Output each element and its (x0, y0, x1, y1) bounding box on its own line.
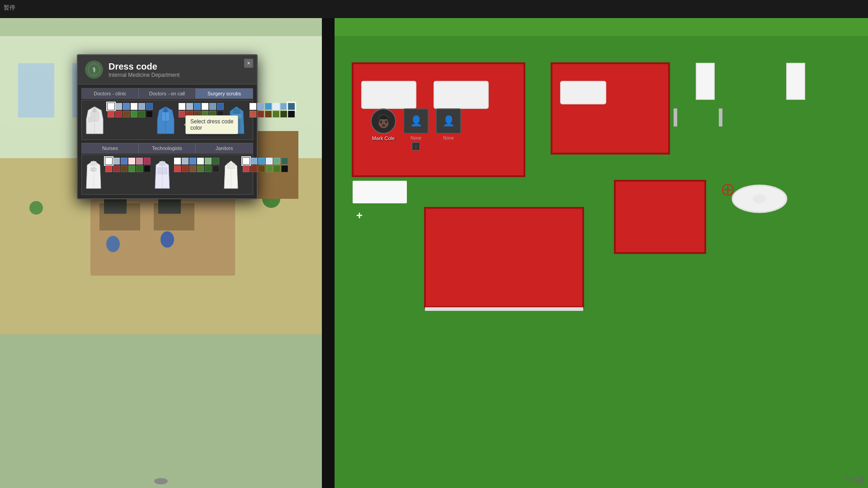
bottom-dress-row (85, 158, 250, 192)
dress-preview-janitor (222, 158, 240, 192)
swatch-nurse-4[interactable] (128, 158, 135, 164)
swatch-tech-10[interactable] (197, 165, 204, 172)
bottom-tab-row: Nurses Technologists Janitors (81, 143, 253, 154)
swatch-white-1[interactable] (108, 103, 114, 110)
swatch-jan-8[interactable] (250, 165, 257, 172)
swatch-white-6[interactable] (146, 103, 153, 110)
tab-doctors-clinic[interactable]: Doctors - clinic (82, 89, 139, 99)
swatch-tech-9[interactable] (189, 165, 196, 172)
swatch-tech-7[interactable] (174, 165, 181, 172)
svg-rect-27 (353, 181, 407, 203)
swatch-scrub-9[interactable] (265, 111, 272, 117)
swatch-white-10[interactable] (131, 111, 137, 117)
swatch-nurse-11[interactable] (136, 165, 143, 172)
swatch-tech-3[interactable] (189, 158, 196, 164)
swatch-white-12[interactable] (146, 111, 153, 117)
char-mark-cole: 👨🏿 Mark Cole (371, 108, 396, 150)
swatch-white-2[interactable] (115, 103, 122, 110)
svg-rect-21 (552, 63, 669, 154)
swatch-nurse-12[interactable] (144, 165, 151, 172)
swatch-jan-11[interactable] (274, 165, 280, 172)
swatch-white-8[interactable] (115, 111, 122, 117)
swatch-white-3[interactable] (123, 103, 130, 110)
swatch-nurse-9[interactable] (121, 165, 127, 172)
svg-rect-24 (362, 81, 416, 108)
swatch-tech-5[interactable] (205, 158, 212, 164)
swatch-tech-1[interactable] (174, 158, 181, 164)
swatch-tech-4[interactable] (197, 158, 204, 164)
tab-technologists[interactable]: Technologists (139, 143, 196, 153)
swatch-scrub-10[interactable] (273, 111, 279, 117)
swatch-jan-2[interactable] (250, 158, 257, 164)
swatch-nurse-8[interactable] (113, 165, 120, 172)
swatch-blue-7[interactable] (179, 111, 185, 117)
swatch-scrub-1[interactable] (250, 103, 256, 110)
swatch-jan-7[interactable] (243, 165, 250, 172)
svg-rect-32 (787, 63, 805, 99)
swatch-nurse-7[interactable] (105, 165, 112, 172)
swatch-scrub-3[interactable] (265, 103, 272, 110)
modal-body: Doctors - clinic Doctors - on call Surge… (78, 84, 257, 198)
modal-subtitle: Internal Medicine Department (108, 72, 179, 78)
swatch-white-9[interactable] (123, 111, 130, 117)
tooltip-text: Select dress codecolor (190, 118, 233, 131)
swatch-jan-3[interactable] (258, 158, 265, 164)
white-coat-svg (85, 105, 105, 136)
swatch-scrub-7[interactable] (250, 111, 256, 117)
swatch-white-4[interactable] (131, 103, 137, 110)
tab-nurses[interactable]: Nurses (82, 143, 139, 153)
medical-icon: ⚕ (88, 63, 100, 76)
swatch-scrub-4[interactable] (273, 103, 279, 110)
char-icon-none-1: 👤 (403, 108, 429, 134)
swatch-tech-6[interactable] (212, 158, 219, 164)
tab-janitors[interactable]: Janitors (196, 143, 253, 153)
svg-rect-34 (719, 108, 722, 127)
dress-preview-tech (153, 158, 171, 192)
swatch-white-7[interactable] (108, 111, 114, 117)
swatch-tech-11[interactable] (205, 165, 212, 172)
char-menu-none-1[interactable]: ⋮ (412, 142, 420, 150)
swatch-scrub-5[interactable] (280, 103, 287, 110)
swatch-jan-6[interactable] (281, 158, 288, 164)
swatch-scrub-8[interactable] (257, 111, 264, 117)
char-name-none-1: None (410, 136, 421, 141)
white-coat-palette (108, 103, 153, 117)
modal-close-button[interactable]: × (244, 59, 253, 68)
swatch-scrub-11[interactable] (280, 111, 287, 117)
swatch-nurse-1[interactable] (105, 158, 112, 164)
swatch-jan-5[interactable] (274, 158, 280, 164)
swatch-nurse-5[interactable] (136, 158, 143, 164)
swatch-blue-6[interactable] (217, 103, 224, 110)
swatch-blue-5[interactable] (209, 103, 216, 110)
swatch-jan-4[interactable] (266, 158, 273, 164)
swatch-tech-2[interactable] (182, 158, 189, 164)
modal-department-icon: ⚕ (85, 61, 103, 79)
swatch-tech-12[interactable] (212, 165, 219, 172)
char-name-none-2: None (443, 136, 454, 141)
swatch-nurse-3[interactable] (121, 158, 127, 164)
tab-doctors-on-call[interactable]: Doctors - on call (139, 89, 196, 99)
swatch-white-5[interactable] (138, 103, 145, 110)
swatch-blue-2[interactable] (186, 103, 193, 110)
swatch-scrub-6[interactable] (288, 103, 295, 110)
swatch-jan-12[interactable] (281, 165, 288, 172)
swatch-nurse-10[interactable] (128, 165, 135, 172)
swatch-tech-8[interactable] (182, 165, 189, 172)
swatch-jan-1[interactable] (243, 158, 250, 164)
right-game-panel: ▶ ▶ + 👨🏿 Mark Cole 👤 None (335, 18, 868, 488)
dress-preview-blue (156, 103, 176, 137)
svg-point-10 (160, 231, 174, 248)
swatch-blue-1[interactable] (179, 103, 185, 110)
swatch-blue-4[interactable] (202, 103, 208, 110)
swatch-jan-9[interactable] (258, 165, 265, 172)
swatch-nurse-6[interactable] (144, 158, 151, 164)
swatch-blue-3[interactable] (194, 103, 201, 110)
swatch-jan-10[interactable] (266, 165, 273, 172)
character-area: 👨🏿 Mark Cole 👤 None ⋮ 👤 None (371, 108, 461, 150)
swatch-scrub-2[interactable] (257, 103, 264, 110)
char-none-1: 👤 None ⋮ (403, 108, 429, 150)
swatch-nurse-2[interactable] (113, 158, 120, 164)
swatch-white-11[interactable] (138, 111, 145, 117)
swatch-scrub-12[interactable] (288, 111, 295, 117)
tab-surgery-scrubs[interactable]: Surgery scrubs (196, 89, 253, 99)
